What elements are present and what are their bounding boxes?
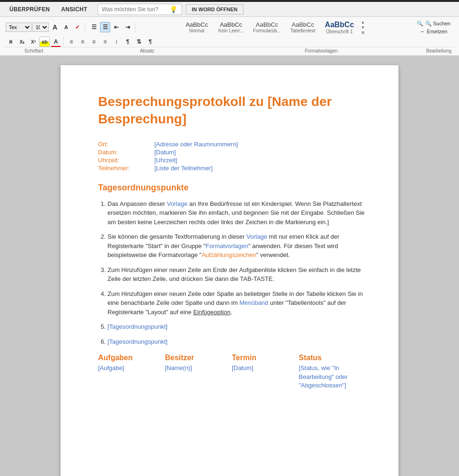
align-left-button[interactable]: ≡: [66, 37, 76, 47]
schrift-label: Schriftart: [4, 48, 60, 54]
footer-value-status[interactable]: [Status, wie "In Bearbeitung" oder "Abge…: [299, 364, 361, 390]
list-item-4[interactable]: Zum Hinzufügen einer neuen Zeile oder Sp…: [107, 289, 366, 317]
search-box[interactable]: 💡: [98, 4, 182, 15]
style-kein-leer-preview: AaBbCc: [218, 21, 244, 29]
meta-value-ort[interactable]: [Adresse oder Raumnummern]: [154, 141, 238, 148]
footer-col-termin: Termin [Datum]: [232, 354, 299, 390]
footer-header-termin: Termin: [232, 354, 294, 362]
gallery-arrows: ▲ ▼ ⊞: [359, 20, 367, 35]
lightbulb-icon: 💡: [169, 6, 177, 13]
document-area: Besprechungsprotokoll zu [Name der Bespr…: [0, 56, 459, 476]
align-section: ≡ ≡ ≡ ≡ ↕ ¶ ⇅ ¶: [64, 37, 157, 47]
list-item-2[interactable]: Sie können die gesamte Textformatierung …: [107, 232, 366, 260]
align-right-button[interactable]: ≡: [89, 37, 99, 47]
open-word-button[interactable]: IN WORD ÖFFNEN: [186, 4, 244, 15]
style-normal-label: Normal: [184, 28, 209, 33]
style-tabellen-preview: AaBbCc: [291, 21, 315, 29]
style-formular-preview: AaBbCc: [253, 21, 281, 29]
bearbeitung-section: 🔍 🔍 Suchen ↔ Ersetzen: [412, 20, 455, 35]
list-text-1: Das Anpassen dieser Vorlage an Ihre Bedü…: [107, 200, 365, 226]
gallery-down-button[interactable]: ▼: [359, 25, 367, 30]
clear-format-button[interactable]: ✓: [72, 22, 83, 32]
menu-ansicht[interactable]: ANSICHT: [55, 3, 92, 15]
footer-header-status: Status: [299, 354, 361, 362]
show-hide-button[interactable]: ¶: [145, 37, 155, 47]
bearbeitung-label: Bearbeitung: [408, 48, 455, 54]
subscript-button[interactable]: X₂: [17, 37, 27, 47]
meta-label-ort: Ort:: [98, 141, 154, 148]
grow-font-button[interactable]: A: [50, 22, 60, 32]
align-center-button[interactable]: ≡: [77, 37, 88, 47]
footer-value-besitzer[interactable]: [Name(n)]: [165, 364, 228, 372]
ersetzen-button[interactable]: ↔ Ersetzen: [418, 28, 449, 35]
meta-label-datum: Datum:: [98, 149, 154, 156]
style-normal-preview: AaBbCc: [184, 21, 209, 29]
style-kein-leer-label: Kein Leerr...: [218, 28, 244, 33]
footer-header-besitzer: Besitzer: [165, 354, 228, 362]
list-item-1[interactable]: Das Anpassen dieser Vorlage an Ihre Bedü…: [107, 199, 366, 227]
para-spacing-button[interactable]: ¶: [122, 37, 133, 47]
style-formular[interactable]: AaBbCc Formularüb...: [249, 20, 285, 35]
suchen-button[interactable]: 🔍 🔍 Suchen: [415, 20, 452, 27]
list-text-3: Zum Hinzufügen einer neuen Zeile am Ende…: [107, 266, 361, 283]
list-item-5[interactable]: [Tagesordnungspunkt]: [107, 322, 366, 332]
footer-col-status: Status [Status, wie "In Bearbeitung" ode…: [299, 354, 366, 390]
style-tabellen-label: Tabellentext: [291, 28, 315, 33]
menu-bar: ÜBERPRÜFEN ANSICHT 💡 IN WORD ÖFFNEN: [0, 2, 459, 17]
search-icon: 🔍: [417, 21, 423, 27]
style-normal[interactable]: AaBbCc Normal: [180, 20, 213, 35]
ersetzen-label: Ersetzen: [427, 29, 447, 34]
suchen-label: 🔍 Suchen: [425, 21, 451, 27]
line-spacing-button[interactable]: ↕: [111, 37, 122, 47]
indent-increase-button[interactable]: ⇥: [122, 22, 133, 32]
search-input[interactable]: [102, 6, 168, 13]
ribbon-row2: X X₂ X² ab A ≡ ≡ ≡ ≡ ↕ ¶ ⇅ ¶: [4, 37, 455, 47]
superscript-button[interactable]: X²: [28, 37, 38, 47]
menu-uberpruefen[interactable]: ÜBERPRÜFEN: [4, 3, 55, 15]
gallery-expand-button[interactable]: ⊞: [359, 30, 367, 35]
style-ueberschrift-label: Überschrift 1: [325, 29, 354, 34]
sort-button[interactable]: ⇅: [134, 37, 144, 47]
ribbon-row1: Tex 10 A A ✓ ☰ ☰ ⇤ ⇥ AaBbCc Normal AaBbC…: [4, 19, 455, 37]
list-item-3[interactable]: Zum Hinzufügen einer neuen Zeile am Ende…: [107, 265, 366, 284]
ribbon-labels: Schriftart Absatz Formatvorlagen Bearbei…: [4, 47, 455, 54]
style-tabellen[interactable]: AaBbCc Tabellentext: [286, 20, 320, 35]
align-justify-button[interactable]: ≡: [100, 37, 110, 47]
document-page: Besprechungsprotokoll zu [Name der Bespr…: [61, 65, 398, 476]
footer-table: Aufgaben [Aufgabe] Besitzer [Name(n)] Te…: [98, 354, 366, 390]
ribbon: Tex 10 A A ✓ ☰ ☰ ⇤ ⇥ AaBbCc Normal AaBbC…: [0, 17, 459, 56]
formatvorlagen-label: Formatvorlagen: [234, 48, 408, 54]
gallery-up-button[interactable]: ▲: [359, 20, 367, 24]
style-ueberschrift[interactable]: AaBbCc Überschrift 1: [321, 19, 358, 36]
list-text-2: Sie können die gesamte Textformatierung …: [107, 233, 339, 258]
style-kein-leer[interactable]: AaBbCc Kein Leerr...: [214, 20, 248, 35]
list-text-5: [Tagesordnungspunkt]: [107, 323, 168, 330]
list-item-6[interactable]: [Tagesordnungspunkt]: [107, 337, 366, 347]
font-color-button[interactable]: A: [51, 37, 61, 47]
footer-value-termin[interactable]: [Datum]: [232, 364, 294, 372]
highlight-button[interactable]: ab: [39, 37, 50, 47]
meta-value-teilnehmer[interactable]: [Liste der Teilnehmer]: [154, 165, 213, 172]
numbered-list-button[interactable]: ☰: [100, 22, 110, 32]
replace-icon: ↔: [420, 29, 425, 34]
meta-label-teilnehmer: Teilnehmer:: [98, 165, 154, 172]
font-size-select[interactable]: 10: [32, 23, 49, 32]
indent-decrease-button[interactable]: ⇤: [111, 22, 122, 32]
meta-row-ort: Ort: [Adresse oder Raumnummern]: [98, 141, 366, 148]
font-name-select[interactable]: Tex: [6, 23, 31, 32]
bullet-list-button[interactable]: ☰: [89, 22, 99, 32]
strikethrough-button[interactable]: X: [6, 37, 16, 47]
absatz-label: Absatz: [60, 48, 234, 54]
meta-value-datum[interactable]: [Datum]: [154, 149, 176, 156]
section1-title: Tagesordnungspunkte: [98, 183, 366, 193]
footer-header-aufgaben: Aufgaben: [98, 354, 161, 362]
footer-value-aufgaben[interactable]: [Aufgabe]: [98, 364, 161, 372]
format-row2-section: X X₂ X² ab A: [4, 37, 63, 47]
format-section: ☰ ☰ ⇤ ⇥: [87, 22, 135, 32]
meta-value-uhrzeit[interactable]: [Uhrzeit]: [154, 157, 177, 164]
document-title: Besprechungsprotokoll zu [Name der Bespr…: [98, 93, 366, 128]
shrink-font-button[interactable]: A: [61, 22, 71, 32]
meta-row-uhrzeit: Uhrzeit: [Uhrzeit]: [98, 157, 366, 164]
tagesordnung-list: Das Anpassen dieser Vorlage an Ihre Bedü…: [107, 199, 366, 347]
list-text-4: Zum Hinzufügen einer neuen Zeile oder Sp…: [107, 290, 363, 316]
